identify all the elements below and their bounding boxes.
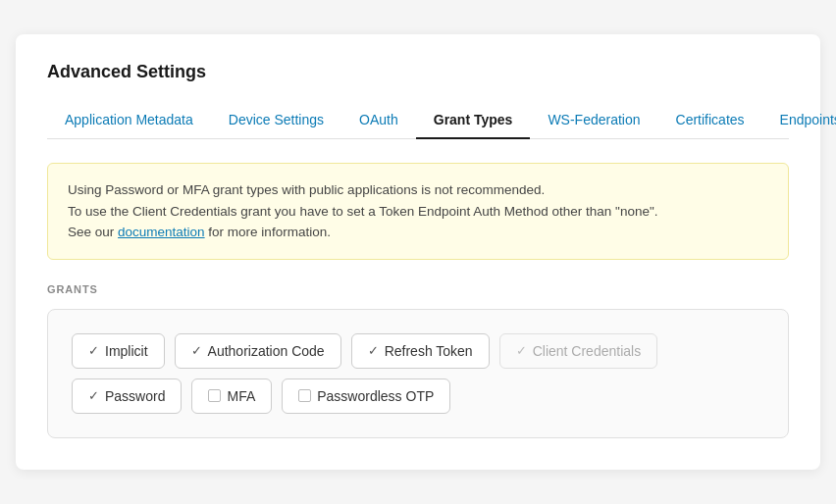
tab-device-settings[interactable]: Device Settings: [211, 102, 341, 139]
grant-password-label: Password: [105, 388, 165, 404]
alert-line1: Using Password or MFA grant types with p…: [68, 179, 768, 201]
grant-mfa[interactable]: MFA: [191, 378, 272, 414]
grant-passwordless-otp[interactable]: Passwordless OTP: [282, 378, 450, 414]
documentation-link[interactable]: documentation: [118, 225, 205, 239]
alert-line2: To use the Client Credentials grant you …: [68, 201, 768, 223]
alert-line3: See our documentation for more informati…: [68, 222, 768, 243]
grants-row-2: ✓ Password MFA Passwordless OTP: [72, 378, 764, 414]
check-icon-authorization-code: ✓: [191, 343, 202, 358]
grant-implicit-label: Implicit: [105, 343, 148, 359]
grant-passwordless-otp-label: Passwordless OTP: [317, 388, 434, 404]
tab-endpoints[interactable]: Endpoints: [762, 102, 836, 139]
warning-alert: Using Password or MFA grant types with p…: [47, 163, 789, 260]
checkbox-mfa: [208, 389, 221, 402]
tab-certificates[interactable]: Certificates: [658, 102, 762, 139]
advanced-settings-card: Advanced Settings Application Metadata D…: [16, 34, 820, 470]
grant-password[interactable]: ✓ Password: [72, 378, 182, 414]
tab-grant-types[interactable]: Grant Types: [416, 102, 531, 139]
grant-implicit[interactable]: ✓ Implicit: [72, 333, 165, 369]
grants-container: ✓ Implicit ✓ Authorization Code ✓ Refres…: [47, 309, 789, 438]
tab-oauth[interactable]: OAuth: [341, 102, 416, 139]
grant-authorization-code[interactable]: ✓ Authorization Code: [175, 333, 341, 369]
checkbox-passwordless-otp: [298, 389, 311, 402]
grants-row-1: ✓ Implicit ✓ Authorization Code ✓ Refres…: [72, 333, 764, 369]
grant-client-credentials: ✓ Client Credentials: [499, 333, 658, 369]
check-icon-implicit: ✓: [88, 343, 99, 358]
check-icon-client-credentials: ✓: [516, 343, 527, 358]
tab-ws-federation[interactable]: WS-Federation: [530, 102, 657, 139]
check-icon-refresh-token: ✓: [368, 343, 379, 358]
page-title: Advanced Settings: [47, 62, 789, 82]
grant-client-credentials-label: Client Credentials: [533, 343, 642, 359]
check-icon-password: ✓: [88, 388, 99, 403]
grant-refresh-token-label: Refresh Token: [385, 343, 473, 359]
tab-application-metadata[interactable]: Application Metadata: [47, 102, 211, 139]
grant-refresh-token[interactable]: ✓ Refresh Token: [351, 333, 490, 369]
tab-navigation: Application Metadata Device Settings OAu…: [47, 102, 789, 139]
grant-mfa-label: MFA: [227, 388, 255, 404]
grant-authorization-code-label: Authorization Code: [208, 343, 325, 359]
grants-section-label: GRANTS: [47, 283, 789, 295]
